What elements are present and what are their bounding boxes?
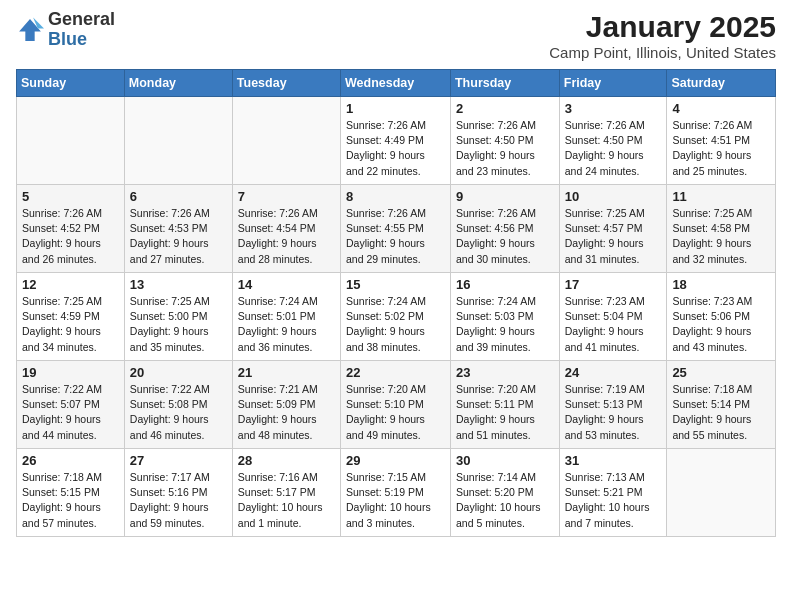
day-cell: 8Sunrise: 7:26 AM Sunset: 4:55 PM Daylig… [341, 185, 451, 273]
day-number: 23 [456, 365, 554, 380]
day-cell: 2Sunrise: 7:26 AM Sunset: 4:50 PM Daylig… [450, 97, 559, 185]
logo-general-text: General [48, 9, 115, 29]
title-block: January 2025 Camp Point, Illinois, Unite… [549, 10, 776, 61]
day-info: Sunrise: 7:22 AM Sunset: 5:08 PM Dayligh… [130, 382, 227, 443]
day-cell: 25Sunrise: 7:18 AM Sunset: 5:14 PM Dayli… [667, 361, 776, 449]
day-number: 25 [672, 365, 770, 380]
day-number: 9 [456, 189, 554, 204]
header-cell-tuesday: Tuesday [232, 70, 340, 97]
day-number: 15 [346, 277, 445, 292]
day-number: 19 [22, 365, 119, 380]
day-number: 11 [672, 189, 770, 204]
day-cell: 19Sunrise: 7:22 AM Sunset: 5:07 PM Dayli… [17, 361, 125, 449]
week-row-3: 19Sunrise: 7:22 AM Sunset: 5:07 PM Dayli… [17, 361, 776, 449]
day-info: Sunrise: 7:26 AM Sunset: 4:51 PM Dayligh… [672, 118, 770, 179]
day-number: 26 [22, 453, 119, 468]
day-info: Sunrise: 7:25 AM Sunset: 4:57 PM Dayligh… [565, 206, 662, 267]
day-cell [667, 449, 776, 537]
day-cell: 15Sunrise: 7:24 AM Sunset: 5:02 PM Dayli… [341, 273, 451, 361]
day-number: 7 [238, 189, 335, 204]
day-number: 1 [346, 101, 445, 116]
day-cell: 24Sunrise: 7:19 AM Sunset: 5:13 PM Dayli… [559, 361, 667, 449]
day-info: Sunrise: 7:13 AM Sunset: 5:21 PM Dayligh… [565, 470, 662, 531]
day-number: 3 [565, 101, 662, 116]
day-number: 6 [130, 189, 227, 204]
day-number: 5 [22, 189, 119, 204]
header-cell-saturday: Saturday [667, 70, 776, 97]
week-row-2: 12Sunrise: 7:25 AM Sunset: 4:59 PM Dayli… [17, 273, 776, 361]
day-number: 18 [672, 277, 770, 292]
calendar-table: SundayMondayTuesdayWednesdayThursdayFrid… [16, 69, 776, 537]
logo-icon [16, 16, 44, 44]
day-cell: 9Sunrise: 7:26 AM Sunset: 4:56 PM Daylig… [450, 185, 559, 273]
logo-text: General Blue [48, 10, 115, 50]
week-row-1: 5Sunrise: 7:26 AM Sunset: 4:52 PM Daylig… [17, 185, 776, 273]
day-cell: 27Sunrise: 7:17 AM Sunset: 5:16 PM Dayli… [124, 449, 232, 537]
day-info: Sunrise: 7:18 AM Sunset: 5:14 PM Dayligh… [672, 382, 770, 443]
day-cell: 26Sunrise: 7:18 AM Sunset: 5:15 PM Dayli… [17, 449, 125, 537]
day-info: Sunrise: 7:26 AM Sunset: 4:50 PM Dayligh… [565, 118, 662, 179]
day-info: Sunrise: 7:26 AM Sunset: 4:56 PM Dayligh… [456, 206, 554, 267]
day-number: 13 [130, 277, 227, 292]
day-number: 12 [22, 277, 119, 292]
day-number: 14 [238, 277, 335, 292]
day-number: 21 [238, 365, 335, 380]
day-info: Sunrise: 7:18 AM Sunset: 5:15 PM Dayligh… [22, 470, 119, 531]
day-info: Sunrise: 7:21 AM Sunset: 5:09 PM Dayligh… [238, 382, 335, 443]
page: General Blue January 2025 Camp Point, Il… [0, 0, 792, 553]
calendar-title: January 2025 [549, 10, 776, 44]
day-number: 31 [565, 453, 662, 468]
day-info: Sunrise: 7:26 AM Sunset: 4:49 PM Dayligh… [346, 118, 445, 179]
day-info: Sunrise: 7:26 AM Sunset: 4:54 PM Dayligh… [238, 206, 335, 267]
day-cell: 13Sunrise: 7:25 AM Sunset: 5:00 PM Dayli… [124, 273, 232, 361]
day-number: 17 [565, 277, 662, 292]
day-number: 30 [456, 453, 554, 468]
header-cell-monday: Monday [124, 70, 232, 97]
day-cell: 23Sunrise: 7:20 AM Sunset: 5:11 PM Dayli… [450, 361, 559, 449]
day-info: Sunrise: 7:19 AM Sunset: 5:13 PM Dayligh… [565, 382, 662, 443]
day-info: Sunrise: 7:22 AM Sunset: 5:07 PM Dayligh… [22, 382, 119, 443]
day-info: Sunrise: 7:25 AM Sunset: 4:58 PM Dayligh… [672, 206, 770, 267]
day-cell: 7Sunrise: 7:26 AM Sunset: 4:54 PM Daylig… [232, 185, 340, 273]
day-cell: 21Sunrise: 7:21 AM Sunset: 5:09 PM Dayli… [232, 361, 340, 449]
day-number: 24 [565, 365, 662, 380]
day-number: 29 [346, 453, 445, 468]
day-cell: 17Sunrise: 7:23 AM Sunset: 5:04 PM Dayli… [559, 273, 667, 361]
day-info: Sunrise: 7:23 AM Sunset: 5:04 PM Dayligh… [565, 294, 662, 355]
day-number: 8 [346, 189, 445, 204]
day-number: 27 [130, 453, 227, 468]
day-info: Sunrise: 7:17 AM Sunset: 5:16 PM Dayligh… [130, 470, 227, 531]
day-number: 2 [456, 101, 554, 116]
header-cell-wednesday: Wednesday [341, 70, 451, 97]
day-cell: 6Sunrise: 7:26 AM Sunset: 4:53 PM Daylig… [124, 185, 232, 273]
day-cell: 31Sunrise: 7:13 AM Sunset: 5:21 PM Dayli… [559, 449, 667, 537]
day-info: Sunrise: 7:24 AM Sunset: 5:02 PM Dayligh… [346, 294, 445, 355]
day-number: 28 [238, 453, 335, 468]
day-cell: 1Sunrise: 7:26 AM Sunset: 4:49 PM Daylig… [341, 97, 451, 185]
day-cell: 5Sunrise: 7:26 AM Sunset: 4:52 PM Daylig… [17, 185, 125, 273]
day-cell: 28Sunrise: 7:16 AM Sunset: 5:17 PM Dayli… [232, 449, 340, 537]
day-cell [124, 97, 232, 185]
day-cell: 30Sunrise: 7:14 AM Sunset: 5:20 PM Dayli… [450, 449, 559, 537]
day-cell: 18Sunrise: 7:23 AM Sunset: 5:06 PM Dayli… [667, 273, 776, 361]
day-cell: 10Sunrise: 7:25 AM Sunset: 4:57 PM Dayli… [559, 185, 667, 273]
day-cell: 12Sunrise: 7:25 AM Sunset: 4:59 PM Dayli… [17, 273, 125, 361]
day-info: Sunrise: 7:26 AM Sunset: 4:53 PM Dayligh… [130, 206, 227, 267]
day-cell: 20Sunrise: 7:22 AM Sunset: 5:08 PM Dayli… [124, 361, 232, 449]
day-info: Sunrise: 7:24 AM Sunset: 5:01 PM Dayligh… [238, 294, 335, 355]
day-info: Sunrise: 7:15 AM Sunset: 5:19 PM Dayligh… [346, 470, 445, 531]
day-info: Sunrise: 7:25 AM Sunset: 5:00 PM Dayligh… [130, 294, 227, 355]
day-info: Sunrise: 7:26 AM Sunset: 4:50 PM Dayligh… [456, 118, 554, 179]
day-cell [17, 97, 125, 185]
day-info: Sunrise: 7:25 AM Sunset: 4:59 PM Dayligh… [22, 294, 119, 355]
day-info: Sunrise: 7:26 AM Sunset: 4:55 PM Dayligh… [346, 206, 445, 267]
day-cell: 4Sunrise: 7:26 AM Sunset: 4:51 PM Daylig… [667, 97, 776, 185]
day-info: Sunrise: 7:24 AM Sunset: 5:03 PM Dayligh… [456, 294, 554, 355]
day-info: Sunrise: 7:26 AM Sunset: 4:52 PM Dayligh… [22, 206, 119, 267]
day-info: Sunrise: 7:20 AM Sunset: 5:11 PM Dayligh… [456, 382, 554, 443]
calendar-subtitle: Camp Point, Illinois, United States [549, 44, 776, 61]
day-cell: 14Sunrise: 7:24 AM Sunset: 5:01 PM Dayli… [232, 273, 340, 361]
header-cell-friday: Friday [559, 70, 667, 97]
logo-blue-text: Blue [48, 29, 87, 49]
day-number: 20 [130, 365, 227, 380]
